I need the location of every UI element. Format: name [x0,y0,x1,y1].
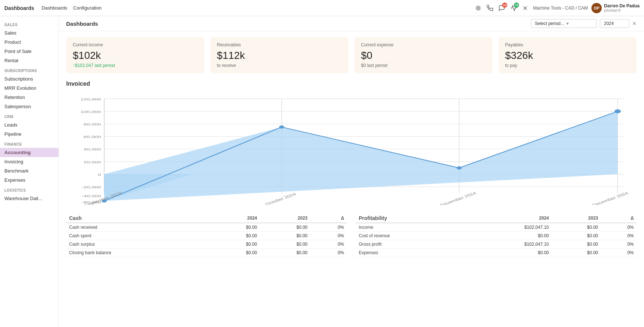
nav-dashboards[interactable]: Dashboards [42,5,67,11]
brand-logo: Dashboards [4,5,34,11]
kpi-label: Current expense [361,42,486,47]
cash-row-label: Cash spent [66,232,210,240]
svg-text:-20,000: -20,000 [82,185,101,189]
prof-row-delta: 0% [601,223,637,232]
sidebar-section-sales: SALES [0,19,58,28]
kpi-sub: $0 last period [361,63,486,68]
cash-row-2024: $0.00 [210,223,260,232]
close-filter-icon[interactable]: ✕ [632,21,637,26]
prof-col-delta: Δ [601,214,637,223]
prof-row-delta: 0% [601,232,637,240]
sidebar-item-subscriptions[interactable]: Subscriptions [0,74,58,83]
sidebar-item-product[interactable]: Product [0,38,58,47]
svg-point-30 [615,109,621,113]
cash-col-2024: 2024 [210,214,260,223]
svg-text:October 2024: October 2024 [264,192,297,205]
kpi-sub: to pay [505,63,630,68]
cash-table: Cash 2024 2023 Δ Cash received $0.00 $0.… [66,214,347,257]
cash-row-2023: $0.00 [260,223,310,232]
sidebar-item-warehouse-dail...[interactable]: Warehouse Dail... [0,194,58,203]
prof-row-2023: $0.00 [552,223,601,232]
prof-row-delta: 0% [601,240,637,249]
activity-icon[interactable]: 75 [509,4,518,12]
prof-row-2024: $102,047.10 [464,240,552,249]
sidebar-item-leads[interactable]: Leads [0,120,58,129]
sidebar-item-retention[interactable]: Retention [0,93,58,102]
year-input[interactable] [600,19,629,28]
chevron-down-icon: ▾ [566,21,569,26]
kpi-label: Current income [73,42,198,47]
period-select-label: Select period... [535,21,564,26]
top-nav-right: 10 75 Machine Tools - CAD / CAM DP Darre… [474,3,640,13]
sidebar-item-sales[interactable]: Sales [0,28,58,38]
svg-text:100,000: 100,000 [80,110,101,114]
svg-text:0: 0 [98,173,101,177]
kpi-value: $102k [73,50,198,61]
cash-row-2023: $0.00 [260,249,310,257]
prof-row-2023: $0.00 [552,232,601,240]
cash-row-delta: 0% [311,232,347,240]
chart-container: 120,000 100,000 80,000 60,000 40,000 20,… [66,91,637,205]
table-row: Cost of revenue $0.00 $0.00 0% [356,232,637,240]
kpi-value: $326k [505,50,630,61]
sidebar-item-expenses[interactable]: Expenses [0,175,58,185]
cash-row-2024: $0.00 [210,249,260,257]
cash-row-delta: 0% [311,223,347,232]
main-content: Dashboards Select period... ▾ ✕ Current … [59,16,644,327]
kpi-card-3: Payables $326k to pay [498,37,637,73]
table-row: Cash spent $0.00 $0.00 0% [66,232,347,240]
nav-links: Dashboards Configuration [42,5,101,11]
kpi-label: Payables [505,42,630,47]
nav-configuration[interactable]: Configuration [73,5,101,11]
table-row: Gross profit $102,047.10 $0.00 0% [356,240,637,249]
period-select[interactable]: Select period... ▾ [531,19,597,28]
svg-text:-40,000: -40,000 [82,194,101,198]
chat-badge: 10 [502,3,507,8]
prof-row-label: Gross profit [356,240,464,249]
cash-row-delta: 0% [311,240,347,249]
cash-col-delta: Δ [311,214,347,223]
kpi-sub: to receive [217,63,342,68]
svg-point-28 [279,125,284,129]
table-row: Closing bank balance $0.00 $0.00 0% [66,249,347,257]
user-email: johnhart-ft [604,8,640,13]
sidebar-item-benchmark[interactable]: Benchmark [0,166,58,175]
svg-text:20,000: 20,000 [83,160,101,164]
content-area: Current income $102k ↑$102,047 last peri… [59,31,644,327]
close-nav-icon[interactable] [521,4,529,12]
sidebar-section-finance: FINANCE [0,139,58,148]
bug-icon[interactable] [474,4,482,12]
svg-text:80,000: 80,000 [83,122,101,126]
prof-row-2024: $0.00 [464,249,552,257]
prof-row-2024: $102,047.10 [464,223,552,232]
sidebar-item-invoicing[interactable]: Invoicing [0,157,58,166]
chat-icon[interactable]: 10 [498,4,506,12]
phone-icon[interactable] [486,4,494,12]
breadcrumb: Dashboards [66,21,98,27]
sidebar-item-salesperson[interactable]: Salesperson [0,102,58,111]
cash-row-2023: $0.00 [260,232,310,240]
chart-section: Invoiced 120,000 100,000 [66,81,637,205]
sidebar: SALESSalesProductPoint of SaleRentalSUBS… [0,16,59,327]
cash-row-2023: $0.00 [260,240,310,249]
svg-point-0 [477,7,479,9]
tables-row: Cash 2024 2023 Δ Cash received $0.00 $0.… [66,214,637,257]
chart-title: Invoiced [66,81,637,87]
sidebar-item-point-of-sale[interactable]: Point of Sale [0,47,58,56]
sidebar-item-accounting[interactable]: Accounting [0,148,58,157]
kpi-card-0: Current income $102k ↑$102,047 last peri… [66,37,204,73]
svg-marker-25 [104,111,618,201]
svg-text:120,000: 120,000 [80,97,101,101]
prof-row-2023: $0.00 [552,240,601,249]
sidebar-item-pipeline[interactable]: Pipeline [0,129,58,139]
table-row: Cash received $0.00 $0.00 0% [66,223,347,232]
invoiced-chart: 120,000 100,000 80,000 60,000 40,000 20,… [66,91,637,205]
sidebar-section-logistics: LOGISTICS [0,185,58,194]
kpi-label: Receivables [217,42,342,47]
table-row: Income $102,047.10 $0.00 0% [356,223,637,232]
sidebar-item-rental[interactable]: Rental [0,56,58,65]
sidebar-item-mrr-evolution[interactable]: MRR Evolution [0,83,58,93]
prof-row-delta: 0% [601,249,637,257]
sidebar-section-crm: CRM [0,111,58,120]
svg-point-29 [457,166,462,170]
